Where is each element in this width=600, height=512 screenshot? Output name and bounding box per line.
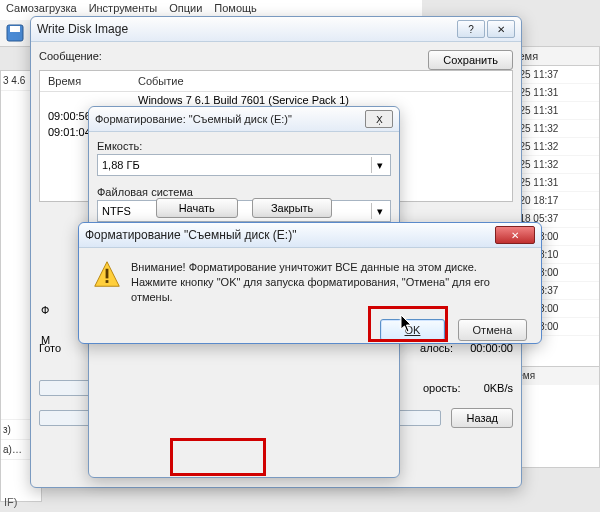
window-title: Форматирование: "Съемный диск (E:)" — [95, 113, 292, 125]
cancel-button[interactable]: Отмена — [458, 319, 527, 342]
col-time: Время — [48, 75, 138, 87]
speed-value: 0KB/s — [484, 382, 513, 394]
svg-rect-3 — [106, 269, 109, 279]
close-icon[interactable]: ✕ — [495, 226, 535, 244]
confirm-line-2: Нажмите кнопку "OK" для запуска форматир… — [131, 275, 527, 305]
chevron-down-icon: ▾ — [371, 157, 388, 173]
label-m: М — [41, 334, 50, 346]
confirm-dialog: Форматирование "Съемный диск (E:)" ✕ Вни… — [78, 222, 542, 344]
window-title: Форматирование "Съемный диск (E:)" — [85, 228, 296, 242]
speed-label: орость: — [423, 382, 461, 394]
svg-rect-1 — [10, 26, 20, 32]
event-row: Windows 7 6.1 Build 7601 (Service Pack 1… — [138, 94, 349, 106]
label-f: Ф — [41, 304, 49, 316]
capacity-label: Емкость: — [97, 140, 391, 152]
ok-button[interactable]: OK — [380, 319, 446, 342]
close-icon[interactable]: ✕ — [487, 20, 515, 38]
close-button[interactable]: Закрыть — [252, 198, 332, 218]
close-icon[interactable]: X̣ — [365, 110, 393, 128]
svg-rect-4 — [106, 280, 109, 283]
capacity-select[interactable]: 1,88 ГБ ▾ — [97, 154, 391, 176]
save-button[interactable]: Сохранить — [428, 50, 513, 70]
confirm-line-1: Внимание! Форматирование уничтожит ВСЕ д… — [131, 260, 527, 275]
help-icon[interactable]: ? — [457, 20, 485, 38]
footer-text: IF) — [4, 496, 17, 508]
back-button[interactable]: Назад — [451, 408, 513, 428]
start-button[interactable]: Начать — [156, 198, 238, 218]
window-title: Write Disk Image — [37, 22, 128, 36]
disk-icon — [6, 24, 24, 42]
warning-icon — [93, 260, 121, 288]
col-event: Событие — [138, 75, 184, 87]
messages-label: Сообщение: — [39, 50, 102, 62]
filesystem-label: Файловая система — [97, 186, 391, 198]
